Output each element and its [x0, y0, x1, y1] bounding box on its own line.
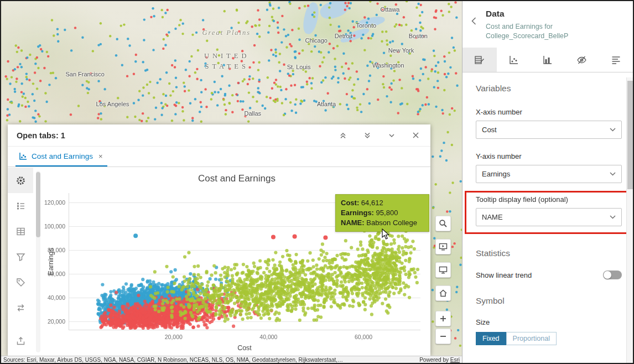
tooltip-field-group: Tooltip display field (optional) NAME [465, 191, 633, 234]
map-city-label: Los Angeles [96, 101, 129, 107]
scatter-axes-icon [508, 55, 519, 65]
map-city-label: Chicago [305, 37, 328, 44]
y-tick-label: 40,000 [48, 294, 65, 301]
chart-floating-panel: Open tabs: 1 Cost and Earnings × [8, 124, 430, 356]
variables-heading: Variables [476, 84, 622, 93]
x-axis-select[interactable]: Cost [476, 121, 622, 139]
tab-cost-and-earnings[interactable]: Cost and Earnings × [15, 147, 107, 167]
home-icon [439, 289, 448, 298]
eye-slash-icon [576, 55, 587, 65]
zoom-out-button[interactable] [435, 329, 451, 344]
map-city-label: Boston [409, 33, 428, 39]
search-button[interactable] [435, 216, 451, 231]
map-region-label: STATES [205, 62, 248, 70]
y-axis-value: Earnings [482, 170, 510, 178]
chart-tab-bar: Cost and Earnings × [8, 147, 430, 167]
x-tick-label: 40,000 [259, 334, 277, 340]
open-tabs-title: Open tabs: 1 [8, 131, 339, 140]
chart-region: Cost and Earnings Earnings 20,00040,0006… [43, 168, 430, 356]
powered-by: Powered by Esri [415, 357, 460, 363]
search-icon [439, 219, 448, 228]
map-city-label: Atlanta [317, 101, 336, 107]
map-city-label: New York [388, 47, 414, 54]
zoom-in-button[interactable] [435, 311, 451, 326]
y-tick-label: 120,000 [44, 199, 65, 206]
presentation-button[interactable] [435, 239, 451, 254]
map-city-label: Washington [372, 62, 404, 69]
data-pane: Data Cost and Earnings for College_Score… [462, 1, 633, 363]
tab-axes[interactable] [531, 48, 565, 72]
expand-all-button[interactable] [363, 132, 371, 139]
chevron-down-icon [610, 172, 616, 176]
display-button[interactable] [435, 262, 451, 278]
tab-close-icon[interactable]: × [97, 152, 104, 160]
collapse-all-button[interactable] [339, 132, 347, 139]
chevron-left-icon [471, 17, 476, 25]
app-window: San FranciscoLos AngelesDallasSt. LouisC… [0, 0, 634, 364]
size-fixed-button[interactable]: Fixed [476, 332, 506, 345]
size-proportional-button[interactable]: Proportional [506, 332, 557, 345]
chart-filter-button[interactable] [8, 244, 33, 269]
linear-trend-label: Show linear trend [476, 271, 532, 279]
chart-tooltip: Cost: 64,612 Earnings: 95,800 NAME: Babs… [335, 194, 429, 232]
tooltip-earnings-label: Earnings: [341, 209, 374, 217]
y-axis-select[interactable]: Earnings [476, 165, 622, 183]
minimize-panel-button[interactable] [388, 132, 396, 139]
chart-table-button[interactable] [8, 219, 33, 244]
map-city-label: Ottawa [381, 6, 400, 13]
map-sources-text: Sources: Esri, Maxar, Airbus DS, USGS, N… [3, 357, 343, 363]
presentation-icon [439, 242, 448, 251]
back-button[interactable] [467, 14, 480, 28]
close-panel-button[interactable] [412, 132, 419, 139]
x-axis-label: X-axis number [476, 108, 622, 116]
tab-series[interactable] [497, 48, 531, 72]
chart-scrollbar [36, 171, 40, 352]
map-controls [435, 216, 452, 344]
double-chevron-up-icon [339, 132, 347, 139]
swap-axes-button[interactable] [8, 295, 33, 320]
size-label: Size [476, 318, 622, 326]
tooltip-earnings-value: 95,800 [376, 209, 398, 217]
tab-appearance[interactable] [565, 48, 599, 72]
scatter-chart-icon [19, 152, 27, 160]
powered-by-text: Powered by [419, 357, 449, 363]
tooltip-field-select[interactable]: NAME [476, 208, 622, 226]
y-tick-label: 80,000 [48, 247, 65, 253]
plus-icon [439, 315, 447, 323]
swap-arrows-icon [16, 303, 25, 313]
attribution-bar: Sources: Esri, Maxar, Airbus DS, USGS, N… [1, 356, 462, 363]
linear-trend-toggle[interactable] [603, 271, 622, 279]
tab-data[interactable] [462, 48, 497, 72]
gear-icon [15, 175, 26, 186]
esri-link[interactable]: Esri [450, 357, 460, 363]
chart-scrollbar-thumb[interactable] [36, 172, 40, 237]
toggle-knob [604, 271, 611, 279]
tooltip-cost-value: 64,612 [361, 199, 383, 207]
text-lines-icon [611, 55, 621, 65]
data-pane-content: Variables X-axis number Cost Y-axis numb… [462, 84, 633, 345]
chevron-down-icon [610, 128, 616, 132]
monitor-icon [439, 266, 448, 274]
chart-export-button[interactable] [8, 328, 33, 353]
chevron-down-icon [388, 132, 396, 139]
chart-settings-button[interactable] [8, 168, 33, 193]
chart-panel-body: Cost and Earnings Earnings 20,00040,0006… [8, 168, 430, 356]
home-button[interactable] [435, 285, 451, 301]
double-chevron-down-icon [363, 132, 371, 139]
mouse-cursor [382, 228, 390, 240]
panel-scrollbar-thumb[interactable] [627, 81, 633, 189]
tooltip-name-value: Babson College [366, 219, 417, 227]
y-tick-label: 60,000 [48, 271, 65, 277]
panel-title: Data [486, 9, 568, 19]
tooltip-cost-label: Cost: [341, 199, 359, 207]
chart-legend-button[interactable] [8, 193, 33, 219]
panel-subtitle-line1: Cost and Earnings for [486, 22, 568, 32]
tab-general[interactable] [599, 48, 633, 72]
chart-tag-button[interactable] [8, 269, 33, 295]
symbol-heading: Symbol [476, 296, 622, 306]
bar-axes-icon [542, 55, 553, 65]
y-axis-label: Y-axis number [476, 152, 622, 160]
chart-panel-header: Open tabs: 1 [8, 124, 430, 147]
x-axis-value: Cost [482, 126, 497, 134]
data-pane-tabs [462, 48, 633, 72]
